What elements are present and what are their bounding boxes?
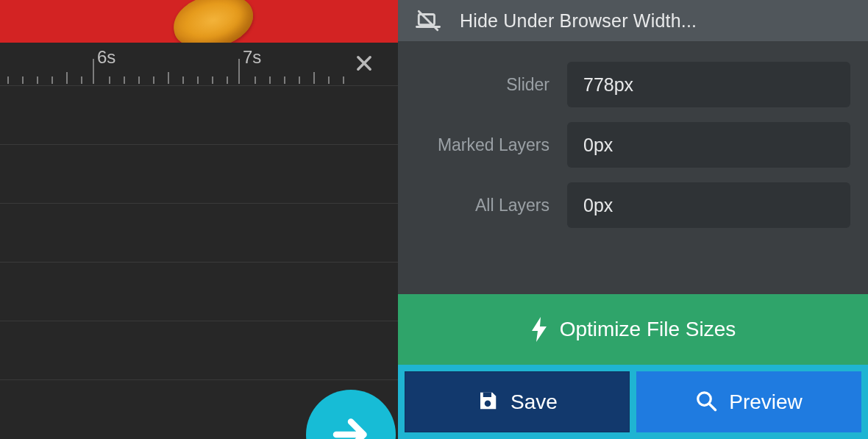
- timeline-row[interactable]: [0, 203, 398, 262]
- close-icon[interactable]: [351, 50, 377, 76]
- input-all-layers-width[interactable]: 0px: [567, 182, 850, 228]
- bolt-icon: [530, 317, 548, 342]
- action-bar: Save Preview: [398, 365, 868, 439]
- save-label: Save: [511, 390, 558, 414]
- optimize-label: Optimize File Sizes: [560, 318, 736, 341]
- svg-point-2: [485, 400, 491, 407]
- timeline-row[interactable]: [0, 85, 398, 144]
- panel-title: Hide Under Browser Width...: [460, 10, 697, 32]
- save-icon: [477, 390, 499, 415]
- timeline-ruler[interactable]: 6s 7s: [0, 43, 398, 85]
- timeline-row[interactable]: [0, 144, 398, 203]
- label-all-layers: All Layers: [398, 196, 567, 215]
- row-marked-layers: Marked Layers 0px: [398, 122, 850, 168]
- optimize-button[interactable]: Optimize File Sizes: [398, 294, 868, 365]
- preview-button[interactable]: Preview: [636, 371, 861, 432]
- device-off-icon: [416, 8, 441, 33]
- slide-preview: [0, 0, 398, 43]
- row-all-layers: All Layers 0px: [398, 182, 850, 228]
- properties-panel: Hide Under Browser Width... Slider 778px…: [398, 0, 868, 439]
- chip-graphic: [168, 0, 259, 43]
- tick-label-6s: 6s: [97, 47, 115, 68]
- preview-label: Preview: [729, 390, 803, 414]
- panel-body: Slider 778px Marked Layers 0px All Layer…: [398, 41, 868, 294]
- timeline-rows: [0, 85, 398, 439]
- row-slider: Slider 778px: [398, 62, 850, 107]
- panel-header[interactable]: Hide Under Browser Width...: [398, 0, 868, 41]
- search-icon: [695, 390, 717, 415]
- timeline-row[interactable]: [0, 321, 398, 379]
- ruler-ticks: 6s 7s: [0, 43, 398, 85]
- svg-rect-3: [483, 392, 491, 396]
- save-button[interactable]: Save: [405, 371, 630, 432]
- input-marked-layers-width[interactable]: 0px: [567, 122, 850, 168]
- label-marked-layers: Marked Layers: [398, 135, 567, 155]
- timeline-row[interactable]: [0, 262, 398, 321]
- label-slider: Slider: [398, 75, 567, 95]
- timeline-panel: 6s 7s: [0, 0, 398, 439]
- tick-label-7s: 7s: [243, 47, 261, 68]
- input-slider-width[interactable]: 778px: [567, 62, 850, 107]
- svg-marker-1: [532, 317, 547, 342]
